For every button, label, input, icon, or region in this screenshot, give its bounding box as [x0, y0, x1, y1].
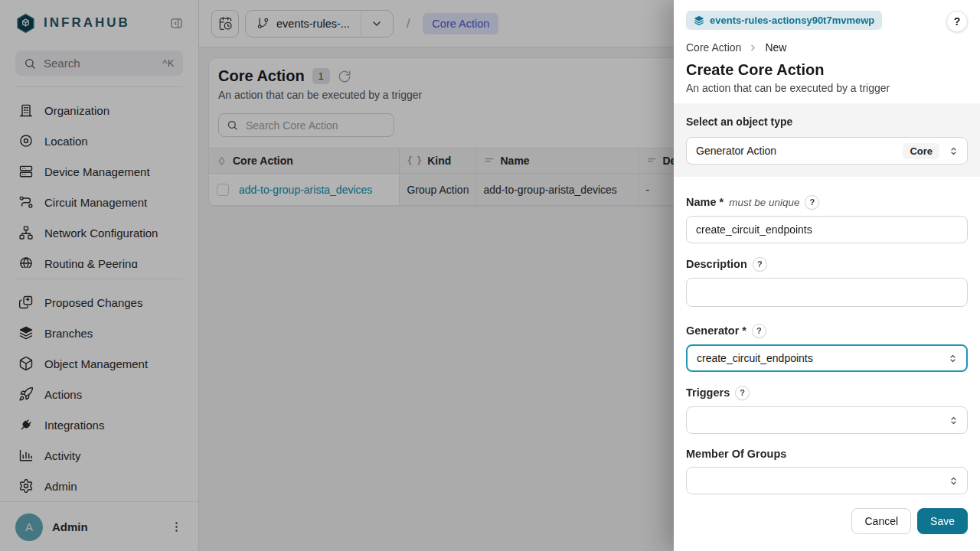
field-generator: Generator * ? create_circuit_endpoints: [686, 324, 968, 372]
branch-badge: events-rules-actionsy90t7mvmewp: [686, 11, 882, 30]
object-type-label: Select an object type: [686, 116, 968, 128]
chevrons-up-down-icon: [947, 353, 959, 364]
chevrons-up-down-icon: [948, 415, 959, 426]
field-description: Description ?: [686, 257, 968, 310]
create-form: Name * must be unique ? Description ? Ge…: [674, 177, 980, 508]
required-asterisk: *: [720, 196, 724, 209]
breadcrumb-parent[interactable]: Core Action: [686, 41, 741, 54]
chevrons-up-down-icon: [948, 145, 959, 157]
field-name: Name * must be unique ?: [686, 195, 968, 243]
description-input[interactable]: [686, 278, 968, 307]
drawer-subtitle: An action that can be executed by a trig…: [686, 82, 968, 94]
layers-icon: [694, 15, 704, 26]
triggers-label: Triggers: [686, 386, 730, 399]
member-of-groups-select[interactable]: [686, 467, 968, 494]
triggers-help-icon[interactable]: ?: [735, 386, 750, 400]
object-type-value: Generator Action: [696, 145, 776, 157]
member-of-groups-label: Member Of Groups: [686, 448, 786, 461]
object-type-select[interactable]: Generator Action Core: [686, 137, 968, 165]
generator-help-icon[interactable]: ?: [752, 324, 766, 338]
chevron-right-icon: [748, 43, 758, 53]
generator-value: create_circuit_endpoints: [697, 352, 813, 364]
generator-select[interactable]: create_circuit_endpoints: [686, 344, 968, 372]
generator-label: Generator: [686, 324, 739, 337]
save-button[interactable]: Save: [917, 508, 968, 534]
create-core-action-drawer: events-rules-actionsy90t7mvmewp ? Core A…: [674, 0, 980, 551]
unique-hint: must be unique: [729, 196, 799, 209]
field-triggers: Triggers ?: [686, 386, 968, 434]
field-member-of-groups: Member Of Groups: [686, 448, 968, 494]
cancel-button[interactable]: Cancel: [851, 508, 911, 534]
help-button[interactable]: ?: [946, 11, 968, 32]
drawer-footer: Cancel Save: [674, 508, 980, 551]
drawer-title: Create Core Action: [686, 61, 968, 79]
chevrons-up-down-icon: [948, 475, 959, 487]
namespace-badge: Core: [903, 143, 939, 159]
description-help-icon[interactable]: ?: [753, 257, 767, 272]
name-help-icon[interactable]: ?: [805, 195, 819, 210]
name-input[interactable]: [686, 216, 968, 243]
name-label: Name: [686, 196, 717, 209]
object-type-section: Select an object type Generator Action C…: [674, 103, 980, 177]
drawer-header: events-rules-actionsy90t7mvmewp ? Core A…: [674, 0, 980, 103]
breadcrumb-current: New: [765, 41, 786, 54]
description-label: Description: [686, 258, 747, 271]
triggers-select[interactable]: [686, 406, 968, 434]
drawer-breadcrumb: Core Action New: [686, 41, 968, 54]
required-asterisk: *: [742, 324, 746, 337]
